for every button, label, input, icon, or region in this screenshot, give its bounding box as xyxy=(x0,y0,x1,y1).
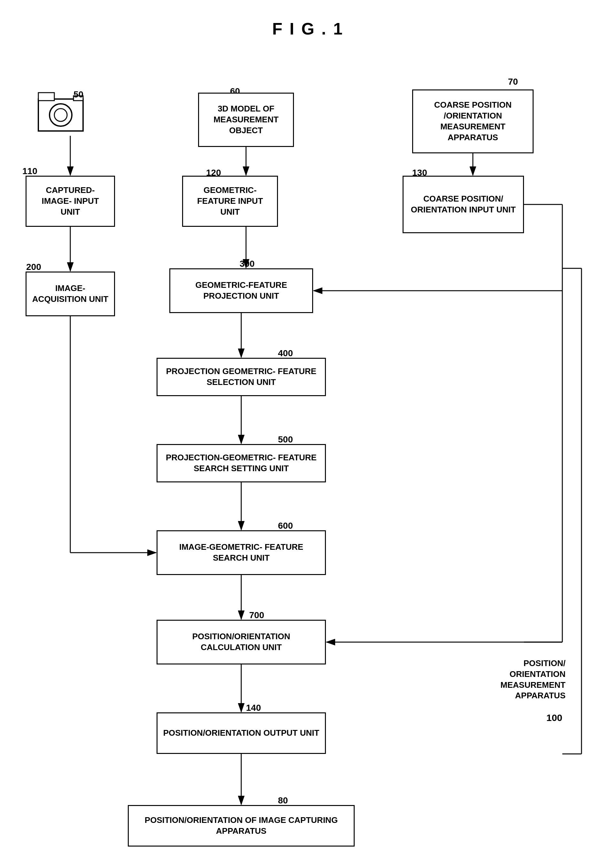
box-coarse-input: COARSE POSITION/ ORIENTATION INPUT UNIT xyxy=(402,176,524,233)
box-geometric-proj: GEOMETRIC-FEATURE PROJECTION UNIT xyxy=(169,269,313,313)
box-proj-selection: PROJECTION GEOMETRIC- FEATURE SELECTION … xyxy=(157,358,326,396)
box-captured-input: CAPTURED- IMAGE- INPUT UNIT xyxy=(25,176,115,227)
page-title: F I G . 1 xyxy=(0,0,616,51)
ref-300: 300 xyxy=(240,259,255,269)
box-geometric-input: GEOMETRIC- FEATURE INPUT UNIT xyxy=(182,176,278,227)
box-image-acquisition: IMAGE- ACQUISITION UNIT xyxy=(25,272,115,316)
box-pos-final: POSITION/ORIENTATION OF IMAGE CAPTURING … xyxy=(128,805,355,847)
box-image-geo-search: IMAGE-GEOMETRIC- FEATURE SEARCH UNIT xyxy=(157,530,326,575)
ref-500: 500 xyxy=(278,435,293,444)
ref-50: 50 xyxy=(74,90,83,100)
svg-point-2 xyxy=(54,108,67,121)
ref-80: 80 xyxy=(278,795,288,806)
svg-rect-3 xyxy=(38,93,54,101)
ref-600: 600 xyxy=(278,521,293,531)
ref-200: 200 xyxy=(26,262,41,272)
box-pos-output: POSITION/ORIENTATION OUTPUT UNIT xyxy=(157,712,326,754)
ref-100: 100 xyxy=(546,712,562,723)
diagram: 50 60 70 COARSE POSITION /ORIENTATION ME… xyxy=(0,51,616,867)
box-coarse-meas: COARSE POSITION /ORIENTATION MEASUREMENT… xyxy=(412,90,534,153)
box-3d-model: 3D MODEL OF MEASUREMENT OBJECT xyxy=(198,93,294,147)
box-proj-search: PROJECTION-GEOMETRIC- FEATURE SEARCH SET… xyxy=(157,444,326,482)
label-pos-meas: POSITION/ ORIENTATION MEASUREMENT APPARA… xyxy=(489,658,566,701)
ref-110: 110 xyxy=(22,166,38,176)
ref-400: 400 xyxy=(278,348,293,358)
ref-140: 140 xyxy=(246,703,261,713)
box-pos-calc: POSITION/ORIENTATION CALCULATION UNIT xyxy=(157,620,326,664)
ref-70: 70 xyxy=(508,77,518,87)
ref-700: 700 xyxy=(249,610,264,620)
